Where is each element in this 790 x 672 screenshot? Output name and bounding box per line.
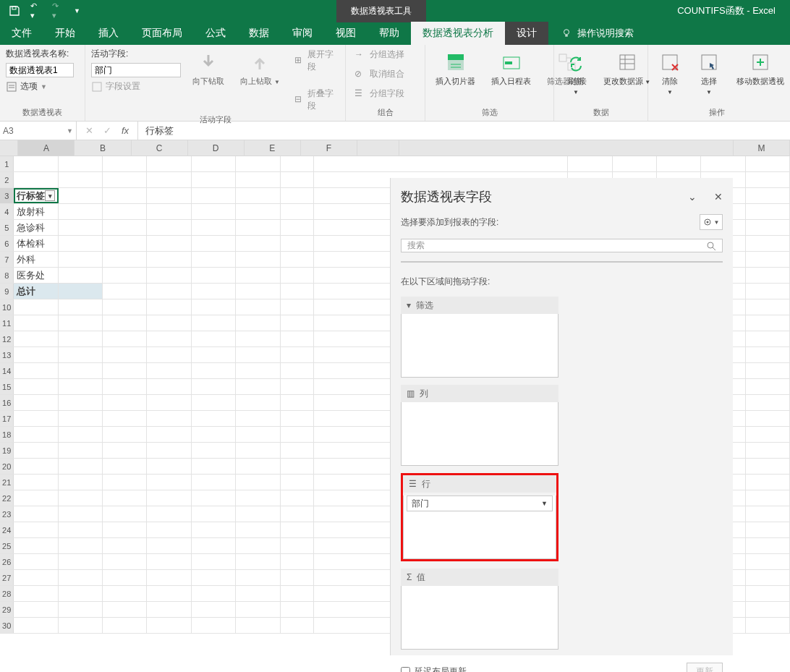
cell[interactable] bbox=[103, 156, 147, 171]
cell[interactable] bbox=[236, 284, 280, 299]
cell[interactable] bbox=[281, 172, 315, 187]
columns-zone[interactable]: ▥列 bbox=[401, 385, 558, 466]
cell[interactable] bbox=[59, 204, 103, 219]
cell[interactable] bbox=[14, 363, 58, 378]
cell[interactable]: 医务处 bbox=[14, 268, 58, 283]
cell[interactable] bbox=[192, 236, 236, 251]
cell[interactable] bbox=[103, 411, 147, 426]
cell[interactable] bbox=[147, 411, 191, 426]
select-all-corner[interactable] bbox=[0, 140, 18, 156]
row-header[interactable]: 9 bbox=[0, 284, 14, 299]
cell[interactable] bbox=[147, 347, 191, 362]
change-source-button[interactable]: 更改数据源 ▼ bbox=[599, 48, 655, 90]
cell[interactable] bbox=[657, 156, 701, 171]
options-button[interactable]: 选项 ▼ bbox=[6, 80, 79, 93]
cell[interactable] bbox=[103, 268, 147, 283]
cell[interactable] bbox=[281, 475, 315, 490]
cell[interactable] bbox=[147, 363, 191, 378]
cell[interactable] bbox=[103, 586, 147, 601]
cell[interactable] bbox=[236, 395, 280, 410]
cell[interactable] bbox=[103, 172, 147, 187]
cell[interactable] bbox=[147, 570, 191, 585]
cell[interactable] bbox=[14, 522, 58, 537]
cell[interactable] bbox=[236, 220, 280, 235]
cell[interactable] bbox=[192, 602, 236, 617]
cell[interactable] bbox=[236, 252, 280, 267]
cell[interactable] bbox=[236, 204, 280, 219]
cell[interactable] bbox=[59, 538, 103, 553]
cell[interactable] bbox=[746, 204, 790, 219]
cell[interactable] bbox=[192, 586, 236, 601]
cell[interactable] bbox=[147, 299, 191, 315]
cell[interactable]: 外科 bbox=[14, 252, 58, 267]
cell[interactable] bbox=[59, 315, 103, 331]
row-header[interactable]: 15 bbox=[0, 379, 14, 394]
cell[interactable] bbox=[746, 379, 790, 394]
cell[interactable] bbox=[746, 284, 790, 299]
cell[interactable] bbox=[236, 331, 280, 346]
cell[interactable] bbox=[281, 443, 315, 458]
tab-design[interactable]: 设计 bbox=[505, 22, 548, 45]
row-header[interactable]: 25 bbox=[0, 538, 14, 553]
field-search-input[interactable]: 搜索 bbox=[401, 239, 723, 252]
cell[interactable] bbox=[281, 268, 315, 283]
cell[interactable] bbox=[14, 490, 58, 506]
cell[interactable] bbox=[192, 379, 236, 394]
cell[interactable] bbox=[281, 315, 315, 331]
row-header[interactable]: 10 bbox=[0, 299, 14, 315]
insert-slicer-button[interactable]: 插入切片器 bbox=[431, 48, 480, 90]
cell[interactable] bbox=[281, 188, 315, 203]
tab-formulas[interactable]: 公式 bbox=[194, 22, 237, 45]
cell[interactable] bbox=[103, 315, 147, 331]
cell[interactable] bbox=[281, 538, 315, 553]
cell[interactable] bbox=[192, 188, 236, 203]
row-header[interactable]: 1 bbox=[0, 156, 14, 171]
cell[interactable] bbox=[281, 586, 315, 601]
cell[interactable] bbox=[746, 395, 790, 410]
cell[interactable] bbox=[147, 475, 191, 490]
cell[interactable] bbox=[147, 315, 191, 331]
row-header[interactable]: 3 bbox=[0, 188, 14, 203]
row-header[interactable]: 13 bbox=[0, 347, 14, 362]
cell[interactable] bbox=[746, 347, 790, 362]
cell[interactable] bbox=[746, 188, 790, 203]
cell[interactable] bbox=[103, 490, 147, 506]
row-header[interactable]: 8 bbox=[0, 268, 14, 283]
cell[interactable] bbox=[281, 220, 315, 235]
cell[interactable] bbox=[147, 427, 191, 442]
row-header[interactable]: 17 bbox=[0, 411, 14, 426]
cell[interactable] bbox=[281, 379, 315, 394]
cell[interactable] bbox=[281, 284, 315, 299]
cell[interactable] bbox=[236, 299, 280, 315]
col-header[interactable]: M bbox=[734, 140, 790, 156]
cell[interactable] bbox=[103, 299, 147, 315]
cell[interactable] bbox=[59, 475, 103, 490]
cell[interactable] bbox=[59, 427, 103, 442]
tab-insert[interactable]: 插入 bbox=[87, 22, 130, 45]
cell[interactable] bbox=[746, 538, 790, 553]
cell[interactable] bbox=[568, 156, 612, 171]
cell[interactable] bbox=[103, 188, 147, 203]
zone-item[interactable]: 部门▼ bbox=[407, 496, 553, 511]
cell[interactable] bbox=[192, 490, 236, 506]
cell[interactable] bbox=[192, 347, 236, 362]
cell[interactable] bbox=[746, 586, 790, 601]
filter-zone[interactable]: ▾筛选 bbox=[401, 297, 558, 378]
cell[interactable] bbox=[14, 156, 58, 171]
cell[interactable] bbox=[59, 618, 103, 633]
cell[interactable] bbox=[103, 395, 147, 410]
cell[interactable] bbox=[192, 618, 236, 633]
cell[interactable] bbox=[236, 459, 280, 474]
cell[interactable] bbox=[59, 236, 103, 251]
cell[interactable] bbox=[147, 522, 191, 537]
cell[interactable] bbox=[103, 427, 147, 442]
cell[interactable] bbox=[147, 379, 191, 394]
cell[interactable] bbox=[613, 156, 657, 171]
cell[interactable] bbox=[103, 331, 147, 346]
cell[interactable] bbox=[103, 475, 147, 490]
cell[interactable] bbox=[746, 363, 790, 378]
cell[interactable] bbox=[192, 459, 236, 474]
cell[interactable] bbox=[192, 331, 236, 346]
cell[interactable] bbox=[147, 284, 191, 299]
chevron-down-icon[interactable]: ▼ bbox=[67, 127, 73, 135]
